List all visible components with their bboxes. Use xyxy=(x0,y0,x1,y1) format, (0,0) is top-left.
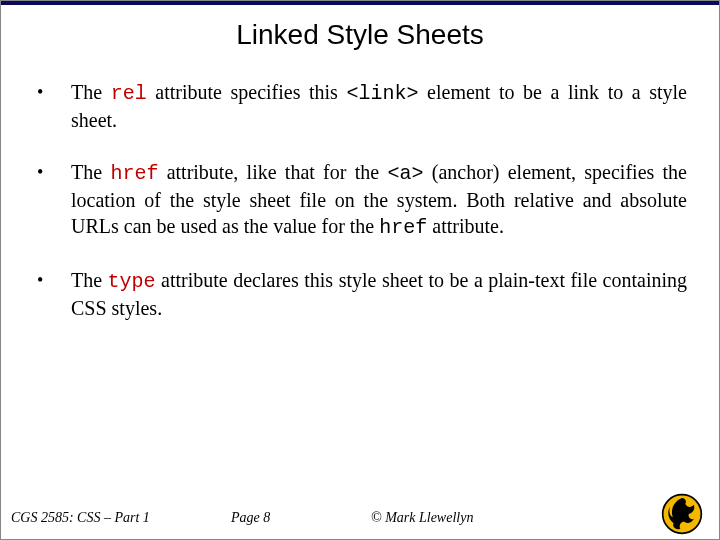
text-run: attribute, like that for the xyxy=(158,161,387,183)
bullet-text: The rel attribute specifies this <link> … xyxy=(71,79,687,133)
footer-page: Page 8 xyxy=(231,510,270,526)
code-run: type xyxy=(108,270,156,293)
text-run: The xyxy=(71,269,108,291)
code-run: href xyxy=(379,216,427,239)
footer-course: CGS 2585: CSS – Part 1 xyxy=(11,510,150,526)
code-run: <a> xyxy=(387,162,423,185)
bullet-item: • The rel attribute specifies this <link… xyxy=(33,79,687,133)
content-area: • The rel attribute specifies this <link… xyxy=(33,79,687,347)
bullet-marker: • xyxy=(33,267,71,293)
code-run: rel xyxy=(111,82,147,105)
text-run: attribute declares this style sheet to b… xyxy=(71,269,687,319)
text-run: The xyxy=(71,81,111,103)
code-run: href xyxy=(110,162,158,185)
code-run: <link> xyxy=(346,82,418,105)
footer: CGS 2585: CSS – Part 1 Page 8 © Mark Lle… xyxy=(1,503,719,533)
text-run: attribute. xyxy=(427,215,504,237)
footer-copyright: © Mark Llewellyn xyxy=(371,510,473,526)
slide-title: Linked Style Sheets xyxy=(1,19,719,51)
bullet-marker: • xyxy=(33,79,71,105)
bullet-text: The type attribute declares this style s… xyxy=(71,267,687,321)
ucf-pegasus-logo xyxy=(661,493,703,535)
text-run: attribute specifies this xyxy=(147,81,347,103)
bullet-text: The href attribute, like that for the <a… xyxy=(71,159,687,241)
bullet-item: • The href attribute, like that for the … xyxy=(33,159,687,241)
slide: Linked Style Sheets • The rel attribute … xyxy=(0,0,720,540)
bullet-marker: • xyxy=(33,159,71,185)
text-run: The xyxy=(71,161,110,183)
bullet-item: • The type attribute declares this style… xyxy=(33,267,687,321)
top-rule xyxy=(1,1,719,5)
